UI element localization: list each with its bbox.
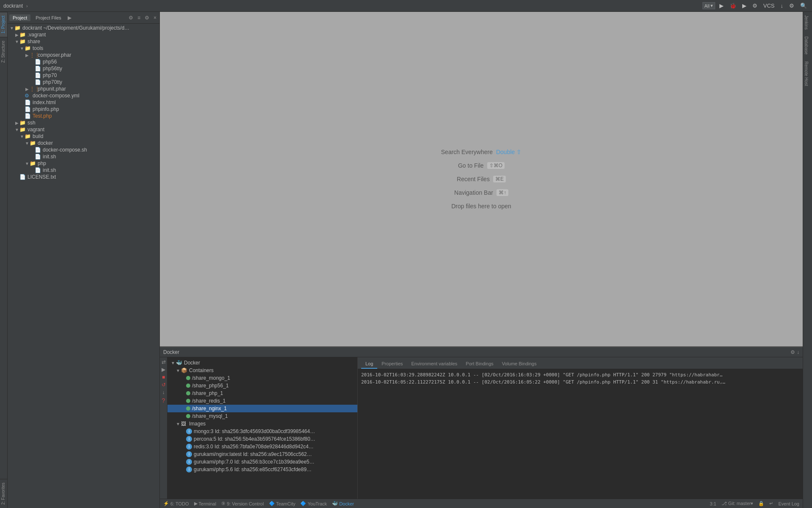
tree-item-dockrant[interactable]: ▼ 📁 dockrant ~/Development/Gurukami/proj… (8, 25, 159, 31)
tree-label: ssh (27, 120, 36, 126)
docker-label: /share_redis_1 (192, 398, 225, 404)
tree-item-docker-folder[interactable]: ▼ 📁 docker (8, 140, 159, 146)
todo-label: 6: TODO (170, 501, 189, 506)
status-line-col[interactable]: 3:1 (710, 501, 716, 506)
project-tab-files[interactable]: Project Files (32, 14, 65, 21)
tree-item-php56tty[interactable]: 📄 php56tty (8, 65, 159, 72)
tree-item-php70[interactable]: 📄 php70 (8, 72, 159, 79)
docker-item-percona[interactable]: i percona:5 Id: sha256:5b4ea3b595764fce1… (167, 435, 357, 443)
tree-item-tools[interactable]: ▼ 📁 tools (8, 45, 159, 52)
status-youtrack[interactable]: 🔷 YouTrack (300, 501, 327, 506)
sidebar-item-project[interactable]: 1: Project (0, 12, 7, 37)
tree-item-test-php[interactable]: 📄 Test.php (8, 113, 159, 119)
tree-item-php70tty[interactable]: 📄 php70tty (8, 79, 159, 86)
tab-log[interactable]: Log (361, 359, 377, 369)
info-icon: i (186, 459, 192, 465)
connect-icon[interactable]: ⇄ (162, 359, 166, 365)
docker-item-share-php56[interactable]: /share_php56_1 (167, 382, 357, 389)
file-icon: 📄 (35, 66, 41, 72)
docker-item-redis[interactable]: i redis:3.0 Id: sha256:7bfa0e708de928446… (167, 443, 357, 450)
run-config-dropdown[interactable]: All ▾ (702, 2, 715, 9)
hint-label: Drop files here to open (451, 203, 511, 210)
tree-item-init-sh[interactable]: 📄 init.sh (8, 153, 159, 160)
status-todo[interactable]: ⚡ 6: TODO (163, 501, 189, 506)
docker-item-mongo[interactable]: i mongo:3 Id: sha256:3dfc45693d00ba0cdf3… (167, 428, 357, 435)
run-button[interactable]: ▶ (718, 2, 725, 10)
profile-button[interactable]: ⚙ (751, 2, 759, 10)
tree-settings-button[interactable]: ⚙ (143, 14, 151, 21)
terminal-icon: ▶ (194, 501, 198, 506)
project-tab-project[interactable]: Project (9, 14, 30, 21)
docker-item-share-mongo[interactable]: /share_mongo_1 (167, 374, 357, 382)
tree-item-docker-compose-sh[interactable]: 📄 docker-compose.sh (8, 146, 159, 153)
docker-item-php70[interactable]: i gurukami/php:7.0 Id: sha256:b3cce7c1b3… (167, 458, 357, 466)
tree-item-vagrant-top[interactable]: ▶ 📁 .vagrant (8, 31, 159, 38)
sidebar-item-jenkins[interactable]: Jenkins (803, 12, 812, 33)
tree-label: .vagrant (27, 32, 46, 38)
tree-item-phpinfo[interactable]: 📄 phpinfo.php (8, 106, 159, 113)
status-git[interactable]: ⎇ Git: master▾ (721, 501, 754, 506)
tab-properties[interactable]: Properties (377, 359, 407, 369)
tree-label: index.html (33, 99, 56, 105)
arrow-icon: ▼ (14, 127, 19, 132)
unknown-icon[interactable]: ? (162, 397, 165, 404)
docker-item-share-mysql[interactable]: /share_mysql_1 (167, 412, 357, 420)
bottom-settings-button[interactable]: ⚙ (790, 349, 795, 355)
status-lf[interactable]: ↵ (769, 501, 773, 506)
sidebar-item-favorites[interactable]: 2: Favorites (0, 479, 7, 508)
tree-item-docker-compose-yml[interactable]: ⚙ docker-compose.yml (8, 92, 159, 99)
docker-item-nginx[interactable]: i gurukami/nginx:latest Id: sha256:a9ec1… (167, 450, 357, 458)
docker-item-root[interactable]: ▼ 🐳 Docker (167, 359, 357, 367)
status-docker[interactable]: 🐳 Docker (332, 501, 354, 506)
git-label: Git: master▾ (728, 501, 754, 506)
tree-label: share (27, 39, 40, 44)
stop-docker-icon[interactable]: ■ (162, 374, 165, 380)
status-event-log[interactable]: Event Log (778, 501, 799, 506)
settings-button[interactable]: ⚙ (787, 2, 796, 10)
docker-item-containers[interactable]: ▼ 📦 Containers (167, 367, 357, 374)
docker-item-share-php[interactable]: /share_php_1 (167, 389, 357, 397)
tree-item-ssh[interactable]: ▶ 📁 ssh (8, 119, 159, 126)
docker-item-share-redis[interactable]: /share_redis_1 (167, 397, 357, 405)
expand-button[interactable]: ▶ (66, 14, 73, 21)
tree-item-phpunit[interactable]: ▶ ⋮⋮ phpunit.phar (8, 86, 159, 92)
tree-item-php56[interactable]: 📄 php56 (8, 58, 159, 65)
pull-icon[interactable]: ↓ (162, 389, 165, 395)
tree-item-composer[interactable]: ▶ ⋮⋮ composer.phar (8, 52, 159, 58)
sidebar-item-database[interactable]: Database (803, 33, 812, 58)
tree-item-build[interactable]: ▼ 📁 build (8, 133, 159, 140)
tab-port-bindings[interactable]: Port Bindings (461, 359, 497, 369)
status-vcs[interactable]: ⑨ 9: Version Control (221, 501, 263, 506)
docker-item-php56img[interactable]: i gurukami/php:5.6 Id: sha256:e85ccf6274… (167, 466, 357, 473)
tab-env-vars[interactable]: Environment variables (407, 359, 462, 369)
tab-volume-bindings[interactable]: Volume Bindings (498, 359, 541, 369)
sidebar-item-structure[interactable]: Z: Structure (0, 37, 7, 66)
tree-item-share[interactable]: ▼ 📁 share (8, 38, 159, 45)
status-lock[interactable]: 🔒 (758, 501, 764, 506)
update-button[interactable]: ↓ (779, 2, 785, 10)
vcs-button[interactable]: VCS (762, 2, 776, 10)
tree-label: vagrant (27, 127, 44, 133)
close-panel-button[interactable]: × (152, 14, 158, 21)
tree-item-php-folder[interactable]: ▼ 📁 php (8, 160, 159, 167)
hint-label: Recent Files (457, 176, 490, 182)
sidebar-item-remote-host[interactable]: Remote Host (803, 58, 812, 89)
sort-button[interactable]: ≡ (136, 14, 142, 21)
debug-button[interactable]: 🐞 (728, 2, 738, 10)
settings-gear-button[interactable]: ⚙ (127, 14, 134, 21)
status-teamcity[interactable]: 🔷 TeamCity (269, 501, 296, 506)
restart-docker-icon[interactable]: ↺ (162, 382, 166, 388)
bottom-minimize-button[interactable]: ↓ (797, 349, 799, 355)
tree-item-vagrant[interactable]: ▼ 📁 vagrant (8, 126, 159, 133)
tree-item-license[interactable]: 📄 LICENSE.txt (8, 174, 159, 180)
bottom-tools: ⚙ ↓ (790, 349, 799, 355)
search-button[interactable]: 🔍 (798, 2, 809, 10)
tree-item-init-sh2[interactable]: 📄 init.sh (8, 167, 159, 174)
tree-item-index-html[interactable]: 📄 index.html (8, 99, 159, 106)
coverage-button[interactable]: ▶ (741, 2, 748, 10)
hint-key: ⇧⌘O (487, 162, 505, 169)
status-terminal[interactable]: ▶ Terminal (194, 501, 217, 506)
docker-item-share-nginx[interactable]: /share_nginx_1 (167, 405, 357, 412)
run-docker-icon[interactable]: ▶ (162, 367, 165, 373)
docker-item-images[interactable]: ▼ 🖼 Images (167, 420, 357, 428)
